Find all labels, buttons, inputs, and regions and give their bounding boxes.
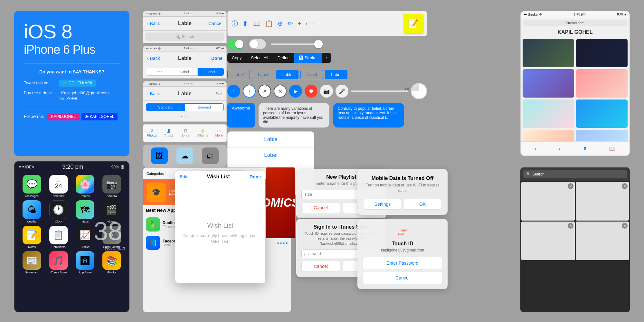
get-btn-2[interactable]: ★★★★ xyxy=(277,241,288,245)
forward-icon[interactable]: › xyxy=(312,20,314,27)
mobile-ok-btn[interactable]: OK xyxy=(404,199,441,210)
back-button-1[interactable]: ‹ Back xyxy=(147,21,160,26)
lbl-2[interactable]: Label xyxy=(252,70,274,79)
categories-btn[interactable]: Categories xyxy=(147,172,164,175)
safari-url-bar[interactable]: Strokel.com xyxy=(523,20,627,26)
edit-icon[interactable]: ✏ xyxy=(288,20,293,27)
slider[interactable] xyxy=(271,43,323,45)
toggle-off[interactable] xyxy=(249,39,266,49)
email-link[interactable]: Kapilgohel08@gmail.com xyxy=(61,90,109,95)
safari-thumb-4[interactable] xyxy=(576,69,628,98)
wishlist-done-btn[interactable]: Done xyxy=(250,174,261,179)
app-item-camera[interactable]: 📷 Camera xyxy=(100,175,124,198)
info-icon[interactable]: ⓘ xyxy=(232,19,238,28)
app-item-messages[interactable]: 💬 Messages xyxy=(20,175,44,198)
touchid-enter-password-btn[interactable]: Enter Password xyxy=(363,257,442,269)
app-item-photos[interactable]: 🌸 Photos xyxy=(73,175,97,198)
dock-photos[interactable]: 🖼 xyxy=(151,147,168,164)
dock-albums[interactable]: 🗂 xyxy=(202,147,219,164)
dribbble-button[interactable]: KAPILGOHEL xyxy=(47,113,80,120)
up-btn-2[interactable]: ↑ xyxy=(243,85,256,98)
cancel-button-1[interactable]: Cancel xyxy=(208,21,223,26)
up-btn-1[interactable]: ↑ xyxy=(227,85,240,98)
playlist-cancel-btn[interactable]: Cancel xyxy=(301,202,340,213)
safari-thumb-6[interactable] xyxy=(576,99,628,128)
tab-songs[interactable]: 🎵 Songs xyxy=(181,129,190,137)
copy-button[interactable]: Copy xyxy=(227,53,246,63)
twitter-button[interactable]: 🐦 GOHELKAPIL xyxy=(59,80,96,87)
mobile-settings-btn[interactable]: Settings xyxy=(364,199,401,210)
tab-albums[interactable]: 📀 Albums xyxy=(197,129,208,137)
close-btn-1[interactable]: ✕ xyxy=(258,85,271,98)
action-lable-1[interactable]: Lable xyxy=(228,132,314,147)
tab-photos[interactable]: 🖼 Photos xyxy=(147,129,157,137)
app-item-weather[interactable]: 🌤 Weather xyxy=(20,200,44,223)
safari-share-icon[interactable]: ⬆ xyxy=(583,146,587,152)
close-btn-2[interactable]: ✕ xyxy=(274,85,287,98)
share-icon[interactable]: ⬆ xyxy=(242,20,248,27)
tab-artists[interactable]: 👤 Artists xyxy=(165,129,174,137)
search-result-3[interactable]: ✕ xyxy=(521,222,575,260)
safari-thumb-1[interactable] xyxy=(523,39,574,67)
strokel-button[interactable]: 🅱 Strokel xyxy=(294,53,322,63)
bookmark-icon[interactable]: 📖 xyxy=(252,20,260,27)
safari-back-icon[interactable]: ‹ xyxy=(535,145,536,152)
lbl-3[interactable]: Lable xyxy=(276,70,299,79)
zoomed-option[interactable]: Zoomed xyxy=(185,103,224,111)
safari-thumb-5[interactable] xyxy=(523,99,574,128)
result-close-2[interactable]: ✕ xyxy=(622,183,628,189)
lbl-1[interactable]: Label xyxy=(227,70,250,79)
result-close-4[interactable]: ✕ xyxy=(622,223,628,229)
camera-btn[interactable]: 📷 xyxy=(320,85,333,98)
safari-thumb-2[interactable] xyxy=(576,39,628,67)
search-field[interactable]: 🔍 Search xyxy=(145,33,224,41)
search-result-2[interactable]: ✕ xyxy=(576,182,629,221)
wishlist-edit-btn[interactable]: Edit xyxy=(180,174,187,179)
safari-forward-icon[interactable]: › xyxy=(559,145,561,152)
add-icon[interactable]: ⊕ xyxy=(278,20,283,27)
safari-bookmarks-icon[interactable]: 📖 xyxy=(609,146,616,152)
segment-label-3[interactable]: Label xyxy=(198,68,224,76)
set-button[interactable]: Set xyxy=(216,91,223,96)
select-all-button[interactable]: Select All xyxy=(246,53,273,63)
app-icon-2[interactable]: 📘 xyxy=(146,236,160,250)
toggle-on[interactable] xyxy=(227,39,244,49)
app-item-ibooks[interactable]: 📚 iBooks xyxy=(100,251,124,274)
touchid-cancel-btn[interactable]: Cancel xyxy=(363,272,442,284)
app-item-appstore[interactable]: 🅰 App Store xyxy=(73,251,97,274)
behance-button[interactable]: Bē KAPILGOHEL xyxy=(81,113,118,120)
search-result-1[interactable]: ✕ xyxy=(521,182,575,221)
awesome-button[interactable]: Awesome xyxy=(227,103,255,128)
dock-icloud[interactable]: ☁ xyxy=(176,147,193,164)
app-item-itunes[interactable]: 🎵 iTunes Store xyxy=(47,251,71,274)
result-close-1[interactable]: ✕ xyxy=(568,183,573,189)
app-item-notes[interactable]: 📝 Notes xyxy=(20,226,44,249)
app-item-reminders[interactable]: 📋 Reminders xyxy=(47,226,71,249)
search-dark-input[interactable]: 🔍 Search xyxy=(523,170,627,178)
reading-list-icon[interactable]: 📋 xyxy=(265,20,273,27)
tab-more[interactable]: ••• More xyxy=(215,129,223,137)
standard-option[interactable]: Standard xyxy=(146,103,185,111)
done-button[interactable]: Done xyxy=(211,56,223,61)
segment-label-1[interactable]: Label xyxy=(146,68,172,76)
back-button-2[interactable]: ‹ Back xyxy=(147,56,160,61)
app-icon-1[interactable]: 🦜 xyxy=(146,217,160,232)
app-item-clock[interactable]: 🕐 Clock xyxy=(47,200,71,223)
signin-cancel-btn[interactable]: Cancel xyxy=(301,261,340,272)
define-button[interactable]: Define xyxy=(273,53,295,63)
action-label-2[interactable]: Label xyxy=(228,147,314,163)
record-btn[interactable]: ⏺ xyxy=(305,85,317,98)
lbl-5[interactable]: Label xyxy=(325,70,347,79)
result-close-3[interactable]: ✕ xyxy=(568,223,573,229)
app-item-newsstand[interactable]: 📰 Newsstand xyxy=(20,251,44,274)
safari-thumb-3[interactable] xyxy=(523,69,574,98)
plus-icon[interactable]: + xyxy=(298,20,301,27)
play-btn[interactable]: ▶ xyxy=(289,85,302,98)
back-icon[interactable]: ‹ xyxy=(306,20,308,27)
lbl-4[interactable]: Label xyxy=(300,70,323,79)
segment-label-2[interactable]: Label xyxy=(172,68,198,76)
back-button-3[interactable]: ‹ Back xyxy=(147,91,160,96)
menu-arrow[interactable]: › xyxy=(322,53,331,63)
search-result-4[interactable]: ✕ xyxy=(576,222,629,260)
app-item-calendar[interactable]: 24 24 Calendar xyxy=(47,175,71,198)
